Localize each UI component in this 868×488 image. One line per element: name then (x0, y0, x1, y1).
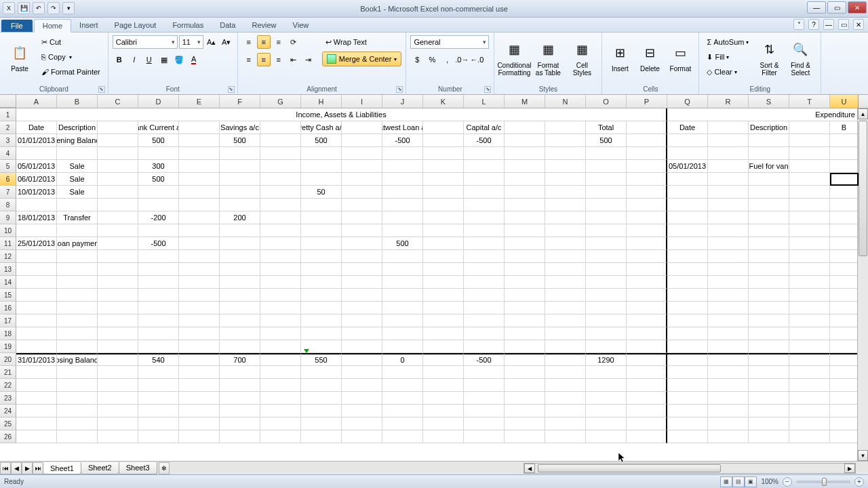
grid[interactable]: 1Income, Assets & LiabilitiesExpenditure… (0, 108, 868, 461)
cell-B13[interactable] (57, 263, 98, 276)
cell-U14[interactable] (830, 276, 859, 289)
cell-F20[interactable]: 700 (220, 353, 260, 366)
cell-P12[interactable] (627, 250, 667, 263)
sort-filter-button[interactable]: ⇅Sort & Filter (755, 35, 783, 80)
cell-Q20[interactable] (667, 353, 708, 366)
cell-J21[interactable] (382, 366, 423, 379)
cell-H8[interactable] (301, 199, 342, 211)
cell-O26[interactable] (586, 430, 627, 443)
cell-U2[interactable]: B (830, 121, 859, 134)
cell-O10[interactable] (586, 224, 627, 237)
cell-N17[interactable] (545, 314, 586, 327)
row-header-12[interactable]: 12 (0, 250, 16, 263)
cell-H4[interactable] (301, 147, 342, 160)
zoom-slider[interactable] (796, 481, 850, 483)
cell-F2[interactable]: Savings a/c (220, 121, 260, 134)
cell-P9[interactable] (627, 211, 667, 224)
cell-G10[interactable] (260, 224, 301, 237)
cell-F16[interactable] (220, 302, 260, 314)
row-header-2[interactable]: 2 (0, 121, 16, 134)
cell-H23[interactable] (301, 392, 342, 405)
cell-T15[interactable] (789, 289, 830, 302)
cell-P3[interactable] (627, 134, 667, 147)
cell-H21[interactable] (301, 366, 342, 379)
cell-J24[interactable] (382, 405, 423, 418)
cell-M13[interactable] (505, 263, 545, 276)
cell-E14[interactable] (179, 276, 220, 289)
cell-N26[interactable] (545, 430, 586, 443)
cell-M7[interactable] (505, 186, 545, 199)
cell-C18[interactable] (98, 327, 138, 340)
cell-F13[interactable] (220, 263, 260, 276)
cell-L11[interactable] (464, 237, 505, 250)
row-header-7[interactable]: 7 (0, 186, 16, 199)
cell-A22[interactable] (16, 379, 57, 392)
cell-F23[interactable] (220, 392, 260, 405)
cell-A2[interactable]: Date (16, 121, 57, 134)
cell-P8[interactable] (627, 199, 667, 211)
cell-R25[interactable] (708, 418, 749, 430)
cell-S25[interactable] (749, 418, 789, 430)
cell-H18[interactable] (301, 327, 342, 340)
conditional-formatting-button[interactable]: ▦Conditional Formatting (498, 35, 530, 80)
cell-I22[interactable] (342, 379, 382, 392)
cell-R15[interactable] (708, 289, 749, 302)
cell-G16[interactable] (260, 302, 301, 314)
cell-E13[interactable] (179, 263, 220, 276)
cell-R3[interactable] (708, 134, 749, 147)
cell-B4[interactable] (57, 147, 98, 160)
cell-O19[interactable] (586, 340, 627, 353)
format-as-table-button[interactable]: ▦Format as Table (532, 35, 564, 80)
cell-D24[interactable] (138, 405, 179, 418)
sheet-nav-first-icon[interactable]: ⏮ (0, 462, 11, 474)
cell-K26[interactable] (423, 430, 464, 443)
cell-D3[interactable]: 500 (138, 134, 179, 147)
tab-review[interactable]: Review (243, 19, 284, 32)
cell-C19[interactable] (98, 340, 138, 353)
cell-L13[interactable] (464, 263, 505, 276)
cell-H10[interactable] (301, 224, 342, 237)
cell-S11[interactable] (749, 237, 789, 250)
cell-J8[interactable] (382, 199, 423, 211)
cell-B8[interactable] (57, 199, 98, 211)
cell-R19[interactable] (708, 340, 749, 353)
scroll-down-icon[interactable]: ▼ (858, 450, 868, 461)
cell-C24[interactable] (98, 405, 138, 418)
row-header-15[interactable]: 15 (0, 289, 16, 302)
cell-Q12[interactable] (667, 250, 708, 263)
col-header-B[interactable]: B (57, 95, 98, 108)
cell-I15[interactable] (342, 289, 382, 302)
cell-A12[interactable] (16, 250, 57, 263)
cell-P21[interactable] (627, 366, 667, 379)
cell-S13[interactable] (749, 263, 789, 276)
cell-T19[interactable] (789, 340, 830, 353)
cell-O2[interactable]: Total (586, 121, 627, 134)
cell-N4[interactable] (545, 147, 586, 160)
wrap-text-button[interactable]: ↩Wrap Text (322, 35, 402, 49)
sheet-nav-last-icon[interactable]: ⏭ (33, 462, 43, 474)
cell-L22[interactable] (464, 379, 505, 392)
cell-O12[interactable] (586, 250, 627, 263)
cell-S24[interactable] (749, 405, 789, 418)
cell-M11[interactable] (505, 237, 545, 250)
row-header-19[interactable]: 19 (0, 340, 16, 353)
cell-I23[interactable] (342, 392, 382, 405)
cell-D25[interactable] (138, 418, 179, 430)
cell-J11[interactable]: 500 (382, 237, 423, 250)
cell-T16[interactable] (789, 302, 830, 314)
decrease-indent-icon[interactable]: ⇤ (287, 53, 300, 66)
cell-S12[interactable] (749, 250, 789, 263)
cell-D18[interactable] (138, 327, 179, 340)
cell-H14[interactable] (301, 276, 342, 289)
cell-U17[interactable] (830, 314, 859, 327)
cell-K10[interactable] (423, 224, 464, 237)
cell-A4[interactable] (16, 147, 57, 160)
col-header-Q[interactable]: Q (667, 95, 708, 108)
cell-D8[interactable] (138, 199, 179, 211)
row-header-26[interactable]: 26 (0, 430, 16, 443)
cell-O4[interactable] (586, 147, 627, 160)
insert-cells-button[interactable]: ⊞Insert (606, 35, 633, 80)
cell-R8[interactable] (708, 199, 749, 211)
cell-P16[interactable] (627, 302, 667, 314)
cell-D6[interactable]: 500 (138, 173, 179, 186)
